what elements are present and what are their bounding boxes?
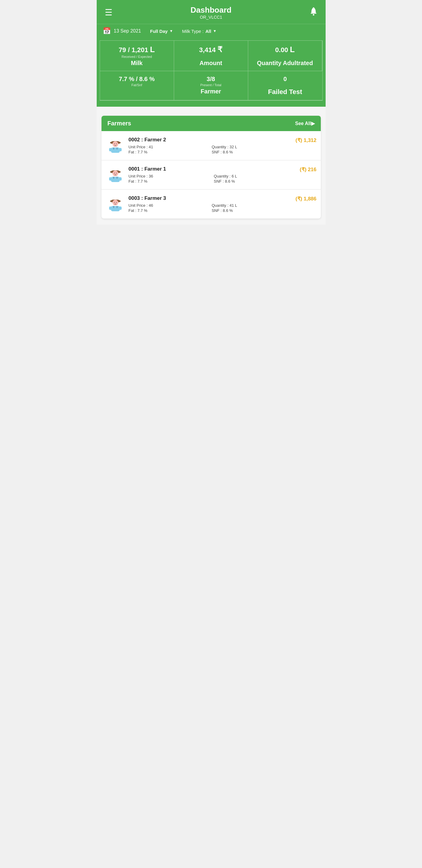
quantity: Quantity : 6 L	[214, 174, 296, 179]
fat-snf-sublabel: Fat/Snf	[103, 83, 171, 87]
notification-bell-icon[interactable]	[307, 7, 320, 19]
milk-quantity-stat: 79 / 1,201 L Received / Expected Milk	[100, 41, 174, 71]
svg-rect-15	[109, 177, 111, 181]
snf: SNF : 8.6 %	[212, 150, 292, 154]
farmers-section-title: Farmers	[107, 120, 131, 127]
milk-quantity-sublabel: Received / Expected	[103, 55, 171, 59]
farmer-amount: (₹) 1,312	[295, 137, 317, 144]
farmer-count-label: Farmer	[177, 88, 245, 95]
farmer-card[interactable]: 0001 : Farmer 1 Unit Price : 36 Quantity…	[101, 160, 321, 190]
farmer-amount: (₹) 216	[300, 166, 316, 173]
svg-point-8	[116, 144, 117, 144]
farmer-count-value: 3/8	[177, 75, 245, 83]
farmer-count-sublabel: Present / Total	[177, 83, 245, 87]
farmer-info: 0001 : Farmer 1 Unit Price : 36 Quantity…	[129, 166, 296, 184]
svg-rect-5	[109, 148, 111, 151]
amount-stat: 3,414 ₹ Amount	[174, 41, 248, 71]
failed-test-sublabel	[251, 83, 319, 87]
farmer-count-stat: 3/8 Present / Total Farmer	[174, 71, 248, 100]
adultrated-sublabel	[251, 55, 319, 59]
farmer-card[interactable]: 0002 : Farmer 2 Unit Price : 41 Quantity…	[101, 131, 321, 160]
failed-test-value: 0	[251, 75, 319, 83]
unit-price: Unit Price : 36	[129, 174, 211, 179]
period-chevron-icon: ▼	[170, 29, 173, 33]
amount-label: Amount	[177, 60, 245, 67]
farmer-info: 0002 : Farmer 2 Unit Price : 41 Quantity…	[129, 137, 292, 154]
farmer-avatar	[106, 165, 125, 184]
milk-type-label: Milk Type :	[182, 29, 204, 34]
amount-sublabel	[177, 55, 245, 59]
svg-rect-26	[119, 207, 121, 210]
farmers-section: Farmers See All▶	[101, 116, 321, 218]
farmer-amount: (₹) 1,886	[295, 195, 317, 202]
unit-price: Unit Price : 41	[129, 145, 209, 149]
svg-point-23	[112, 200, 118, 206]
menu-icon[interactable]: ☰	[103, 7, 115, 18]
milk-type-value: All	[205, 29, 211, 34]
svg-point-28	[116, 202, 117, 203]
selected-date: 13 Sep 2021	[114, 28, 141, 34]
svg-rect-25	[109, 207, 111, 210]
see-all-button[interactable]: See All▶	[295, 121, 315, 126]
svg-point-13	[112, 170, 118, 176]
milk-type-dropdown[interactable]: Milk Type : All ▼	[182, 29, 217, 34]
farmers-section-header: Farmers See All▶	[101, 116, 321, 131]
svg-rect-6	[119, 148, 121, 151]
adultrated-value: 0.00 L	[251, 45, 319, 54]
period-dropdown[interactable]: Full Day ▼	[150, 29, 173, 34]
svg-point-7	[114, 144, 115, 144]
milk-quantity-value: 79 / 1,201 L	[103, 45, 171, 54]
farmer-avatar	[106, 136, 125, 155]
farmer-info: 0003 : Farmer 3 Unit Price : 46 Quantity…	[129, 195, 292, 213]
unit-price: Unit Price : 46	[129, 203, 209, 208]
farmer-details: Unit Price : 41 Quantity : 32 L Fat : 7.…	[129, 145, 292, 154]
failed-test-stat: 0 Failed Test	[248, 71, 322, 100]
adultrated-stat: 0.00 L Quantity Adultrated	[248, 41, 322, 71]
calendar-icon: 📅	[103, 27, 111, 35]
farmer-details: Unit Price : 36 Quantity : 6 L Fat : 7.7…	[129, 174, 296, 184]
fat: Fat : 7.7 %	[129, 208, 209, 213]
svg-rect-4	[111, 148, 120, 153]
adultrated-label: Quantity Adultrated	[251, 60, 319, 67]
quantity: Quantity : 41 L	[212, 203, 292, 208]
amount-value: 3,414 ₹	[177, 45, 245, 54]
main-content: Farmers See All▶	[97, 107, 326, 224]
svg-point-3	[112, 141, 118, 147]
svg-rect-24	[111, 206, 120, 212]
quantity: Quantity : 32 L	[212, 145, 292, 149]
svg-rect-14	[111, 177, 120, 182]
farmer-avatar	[106, 194, 125, 214]
stats-grid: 79 / 1,201 L Received / Expected Milk 3,…	[100, 40, 323, 101]
fat-snf-value: 7.7 % / 8.6 %	[103, 75, 171, 83]
farmer-name: 0001 : Farmer 1	[129, 166, 296, 172]
farmer-details: Unit Price : 46 Quantity : 41 L Fat : 7.…	[129, 203, 292, 213]
header-subtitle: OR_VLCC1	[191, 15, 232, 20]
farmer-name: 0002 : Farmer 2	[129, 137, 292, 143]
date-filter-bar: 📅 13 Sep 2021 Full Day ▼ Milk Type : All…	[97, 24, 326, 40]
svg-point-17	[114, 173, 115, 173]
failed-test-label: Failed Test	[251, 88, 319, 96]
fat: Fat : 7.7 %	[129, 179, 211, 184]
stats-section: 79 / 1,201 L Received / Expected Milk 3,…	[97, 40, 326, 107]
milk-type-chevron-icon: ▼	[213, 29, 217, 33]
svg-point-18	[116, 173, 117, 173]
farmer-card[interactable]: 0003 : Farmer 3 Unit Price : 46 Quantity…	[101, 190, 321, 218]
milk-label: Milk	[103, 60, 171, 67]
svg-point-27	[114, 202, 115, 203]
snf: SNF : 8.6 %	[214, 179, 296, 184]
header-center: Dashboard OR_VLCC1	[191, 5, 232, 20]
header-title: Dashboard	[191, 5, 232, 15]
snf: SNF : 8.6 %	[212, 208, 292, 213]
fat-snf-stat: 7.7 % / 8.6 % Fat/Snf	[100, 71, 174, 100]
farmer-name: 0003 : Farmer 3	[129, 195, 292, 201]
svg-rect-16	[119, 177, 121, 181]
fat: Fat : 7.7 %	[129, 150, 209, 154]
period-value: Full Day	[150, 29, 167, 34]
app-header: ☰ Dashboard OR_VLCC1	[97, 0, 326, 24]
svg-point-0	[313, 14, 314, 16]
